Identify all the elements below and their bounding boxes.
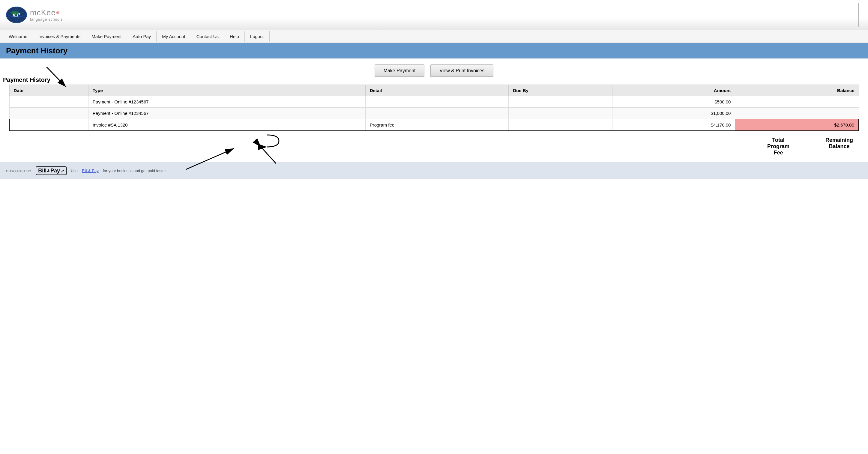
col-detail: Detail xyxy=(365,85,509,96)
buttons-row: Make Payment View & Print Invoices xyxy=(9,64,859,77)
cell-amount-3: $4,170.00 xyxy=(612,119,735,131)
col-balance: Balance xyxy=(735,85,859,96)
cell-balance-2 xyxy=(735,108,859,119)
cell-type-2: Payment - Online #1234567 xyxy=(88,108,365,119)
nav-myaccount[interactable]: My Account xyxy=(157,31,191,42)
col-due-by: Due By xyxy=(509,85,612,96)
nav-invoices[interactable]: Invoices & Payments xyxy=(33,31,86,42)
cell-date-3 xyxy=(9,119,88,131)
cell-due-2 xyxy=(509,108,612,119)
powered-by-label: POWERED BY xyxy=(6,169,31,173)
bill-pay-arrow-icon: ↗ xyxy=(61,168,64,173)
footer-text-before-link: Use xyxy=(71,168,78,173)
col-date: Date xyxy=(9,85,88,96)
cell-type-1: Payment - Online #1234567 xyxy=(88,96,365,108)
payment-table: Date Type Detail Due By Amount Balance P… xyxy=(9,85,859,131)
bill-pay-ampersand: & xyxy=(47,169,50,173)
annotation-payment-history: Payment History xyxy=(3,76,51,84)
ilp-logo: iLP xyxy=(6,7,27,23)
bill-pay-logo-text: Bill xyxy=(38,168,46,174)
nav-welcome[interactable]: Welcome xyxy=(3,31,33,42)
content: Payment History xyxy=(0,43,868,162)
cell-amount-2: $1,000.00 xyxy=(612,108,735,119)
cell-detail-3: Program fee xyxy=(365,119,509,131)
header-right xyxy=(63,3,862,27)
view-print-invoices-button[interactable]: View & Print Invoices xyxy=(430,64,493,77)
cell-detail-1 xyxy=(365,96,509,108)
footer: POWERED BY Bill & Pay ↗ Use Bill & Pay f… xyxy=(0,162,868,179)
make-payment-button[interactable]: Make Payment xyxy=(375,64,425,77)
nav-contact[interactable]: Contact Us xyxy=(191,31,224,42)
bill-pay-logo: Bill & Pay ↗ xyxy=(36,166,67,175)
page-title-bar: Payment History xyxy=(0,43,868,59)
nav-help[interactable]: Help xyxy=(224,31,245,42)
bill-pay-pay-text: Pay xyxy=(51,168,60,174)
cell-date-1 xyxy=(9,96,88,108)
table-row: Payment - Online #1234567 $500.00 xyxy=(9,96,859,108)
mckee-logo: mcKee® language schools xyxy=(30,8,63,22)
nav-logout[interactable]: Logout xyxy=(245,31,270,42)
cell-due-3 xyxy=(509,119,612,131)
annotation-total-program-fee: TotalProgramFee xyxy=(767,137,789,156)
mckee-sub: language schools xyxy=(30,18,63,22)
footer-text-after-link: for your business and get paid faster. xyxy=(103,168,167,173)
footer-bill-pay-link[interactable]: Bill & Pay xyxy=(82,168,99,173)
mckee-name: mcKee xyxy=(30,8,56,18)
page-title: Payment History xyxy=(6,46,67,56)
col-type: Type xyxy=(88,85,365,96)
cell-balance-3: $2,670.00 xyxy=(735,119,859,131)
annotation-remaining-balance: RemainingBalance xyxy=(826,137,853,156)
cell-balance-1 xyxy=(735,96,859,108)
cell-date-2 xyxy=(9,108,88,119)
navigation: Welcome Invoices & Payments Make Payment… xyxy=(0,30,868,43)
header-divider xyxy=(859,3,859,27)
table-row-highlighted: Invoice #SA 1320 Program fee $4,170.00 $… xyxy=(9,119,859,131)
table-header-row: Date Type Detail Due By Amount Balance xyxy=(9,85,859,96)
bottom-annotations: TotalProgramFee RemainingBalance xyxy=(9,137,859,156)
svg-text:iLP: iLP xyxy=(13,12,21,18)
table-row: Payment - Online #1234567 $1,000.00 xyxy=(9,108,859,119)
mckee-dot: ® xyxy=(56,10,60,15)
main-content: Make Payment View & Print Invoices Payme… xyxy=(0,59,868,162)
logo-area: iLP mcKee® language schools xyxy=(6,7,63,23)
cell-amount-1: $500.00 xyxy=(612,96,735,108)
nav-make-payment[interactable]: Make Payment xyxy=(86,31,127,42)
cell-detail-2 xyxy=(365,108,509,119)
col-amount: Amount xyxy=(612,85,735,96)
cell-type-3: Invoice #SA 1320 xyxy=(88,119,365,131)
cell-due-1 xyxy=(509,96,612,108)
nav-autopay[interactable]: Auto Pay xyxy=(127,31,157,42)
header: iLP mcKee® language schools xyxy=(0,0,868,30)
